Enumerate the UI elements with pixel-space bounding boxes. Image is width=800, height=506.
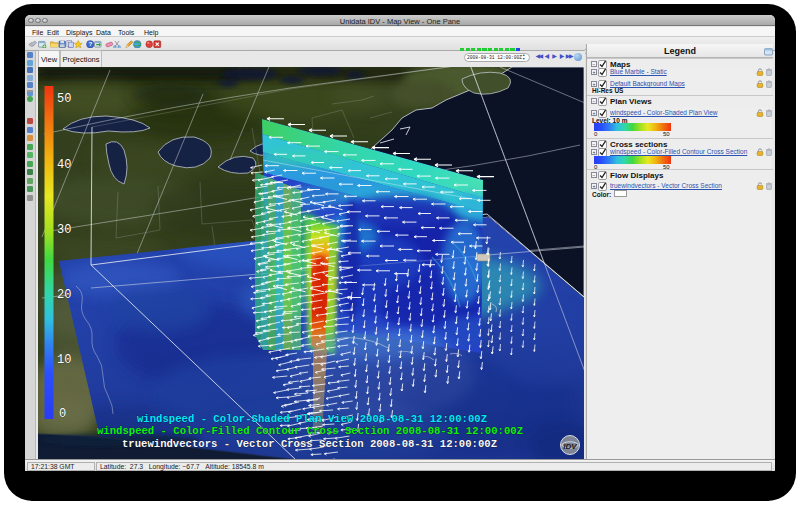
- svg-text:IDV: IDV: [563, 442, 577, 451]
- svg-text:windspeed - Color-Shaded Plan: windspeed - Color-Shaded Plan View 2008-…: [137, 413, 487, 425]
- svg-text:truewindvectors - Vector Cross: truewindvectors - Vector Cross Section 2…: [122, 438, 497, 450]
- svg-text:0: 0: [59, 407, 66, 421]
- svg-text:windspeed - Color-Filled Conto: windspeed - Color-Filled Contour Cross S…: [97, 425, 523, 437]
- svg-text:10: 10: [57, 353, 71, 367]
- svg-text:40: 40: [57, 158, 71, 172]
- svg-text:50: 50: [57, 92, 71, 106]
- svg-text:?: ?: [88, 40, 92, 47]
- svg-text:30: 30: [57, 223, 71, 237]
- svg-text:20: 20: [57, 288, 71, 302]
